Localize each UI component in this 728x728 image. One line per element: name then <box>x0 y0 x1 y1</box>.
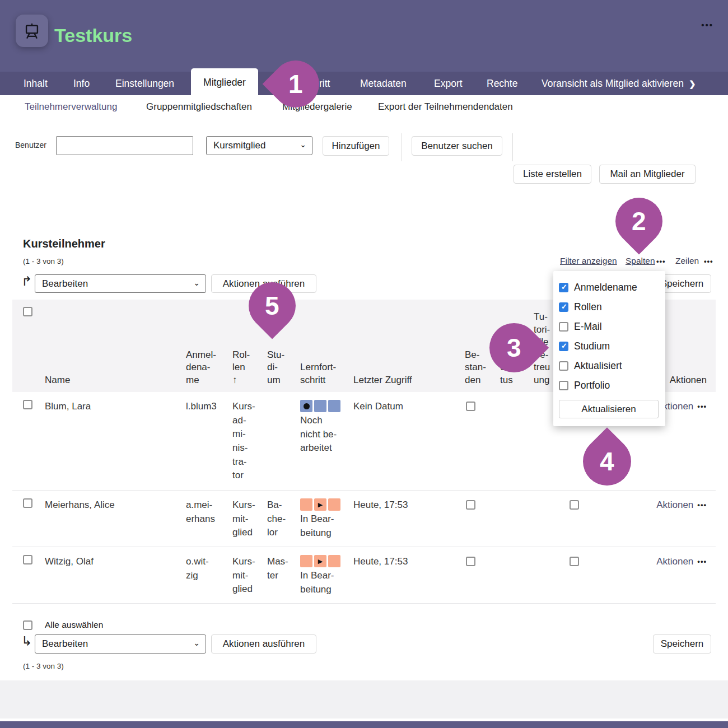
role-select[interactable]: Kursmitglied ⌄ <box>206 136 312 155</box>
checkbox[interactable] <box>559 322 568 332</box>
header-more-menu-icon[interactable]: ••• <box>701 20 713 30</box>
columns-dropdown-panel: Anmeldename Rollen E-Mail Studium Aktual… <box>553 271 665 426</box>
col-last-access[interactable]: Letzter Zugriff <box>353 300 465 392</box>
members-subnav: Teilnehmerverwaltung Gruppenmitgliedscha… <box>0 95 728 121</box>
course-title: Testkurs <box>54 25 132 46</box>
execute-actions-button-bottom[interactable]: Aktionen ausführen <box>211 634 316 654</box>
col-login[interactable]: Anmel- dena- me <box>186 300 232 392</box>
sort-asc-icon[interactable]: ↑ <box>232 375 237 385</box>
progress-label: Noch nicht be- arbeitet <box>300 414 353 455</box>
divider <box>512 133 513 161</box>
play-icon: ▶ <box>318 558 323 564</box>
cell-login: l.blum3 <box>186 392 232 490</box>
progress-label: In Bear- beitung <box>300 569 353 596</box>
row-actions-more-icon[interactable]: ••• <box>697 555 707 567</box>
cell-roles: Kurs- mit- glied <box>232 547 267 603</box>
select-all-row: Alle auswählen <box>12 604 716 637</box>
search-users-button[interactable]: Benutzer suchen <box>412 136 502 156</box>
update-columns-button[interactable]: Aktualisieren <box>559 400 659 418</box>
tab-voransicht[interactable]: Voransicht als Mitglied aktivieren❯ <box>542 72 696 95</box>
cell-studies <box>267 392 300 490</box>
select-all-checkbox[interactable] <box>23 620 32 630</box>
column-option-anmeldename[interactable]: Anmeldename <box>559 278 660 297</box>
column-option-aktualisiert[interactable]: Aktualisiert <box>559 356 660 376</box>
tab-inhalt[interactable]: Inhalt <box>24 72 48 95</box>
subnav-gruppenmitgliedschaften[interactable]: Gruppenmitgliedschaften <box>146 101 252 113</box>
bulk-action-select-top[interactable]: Bearbeiten ⌄ <box>35 274 206 293</box>
cell-name: Meierhans, Alice <box>45 491 186 547</box>
column-option-studium[interactable]: Studium <box>559 337 660 356</box>
row-checkbox[interactable] <box>23 498 32 508</box>
checkbox[interactable] <box>559 361 568 371</box>
course-easel-icon <box>16 15 48 47</box>
footer-bar <box>0 721 728 728</box>
tab-partially-hidden[interactable]: ritt <box>319 72 330 95</box>
cell-status <box>500 392 534 490</box>
cell-login: a.mei- erhans <box>186 491 232 547</box>
show-filter-link[interactable]: Filter anzeigen <box>560 256 617 266</box>
progress-label: In Bear- beitung <box>300 512 353 540</box>
passed-checkbox[interactable] <box>466 500 475 510</box>
cell-progress: ▶ In Bear- beitung <box>300 491 353 547</box>
divider <box>402 133 402 161</box>
cell-last-access: Heute, 17:53 <box>353 491 465 547</box>
checkbox[interactable] <box>559 302 568 312</box>
tab-info[interactable]: Info <box>73 72 90 95</box>
subnav-export-teilnehmendendaten[interactable]: Export der Teilnehmendendaten <box>378 101 513 113</box>
passed-checkbox[interactable] <box>466 557 475 566</box>
save-button-bottom[interactable]: Speichern <box>653 634 711 654</box>
cell-last-access: Kein Datum <box>353 392 465 490</box>
row-actions-more-icon[interactable]: ••• <box>697 400 707 412</box>
column-option-portfolio[interactable]: Portfolio <box>559 376 660 395</box>
table-row: Meierhans, Alice a.mei- erhans Kurs- mit… <box>12 491 716 547</box>
col-progress[interactable]: Lernfort- schritt <box>300 300 353 392</box>
column-option-email[interactable]: E-Mail <box>559 317 660 337</box>
checkbox[interactable] <box>559 342 568 351</box>
tab-export[interactable]: Export <box>434 72 463 95</box>
row-actions-link[interactable]: Aktionen <box>656 555 693 569</box>
row-actions-link[interactable]: Aktionen <box>656 498 693 512</box>
progress-icon-in-progress: ▶ <box>300 498 353 511</box>
select-all-header-checkbox[interactable] <box>23 307 32 316</box>
columns-link[interactable]: Spalten <box>626 256 655 266</box>
callout-2-pin: 2 <box>606 188 673 255</box>
row-checkbox[interactable] <box>23 400 32 409</box>
chevron-right-icon: ❯ <box>689 79 696 88</box>
column-option-rollen[interactable]: Rollen <box>559 297 660 317</box>
apply-down-arrow-icon: ↳ <box>21 634 32 649</box>
tab-einstellungen[interactable]: Einstellungen <box>115 72 174 95</box>
col-name[interactable]: Name <box>45 300 186 392</box>
tutoring-checkbox[interactable] <box>570 557 579 566</box>
columns-more-icon[interactable]: ••• <box>656 257 666 265</box>
rows-link[interactable]: Zeilen <box>675 256 699 266</box>
cell-studies: Ba- che- lor <box>267 491 300 547</box>
cell-studies: Mas- ter <box>267 547 300 603</box>
apply-up-arrow-icon: ↱ <box>21 274 32 289</box>
mail-members-button[interactable]: Mail an Mitglieder <box>599 165 696 184</box>
add-button[interactable]: Hinzufügen <box>323 136 389 156</box>
rows-more-icon[interactable]: ••• <box>704 257 713 265</box>
cell-roles: Kurs- ad- mi- nis- tra- tor <box>232 392 267 490</box>
tab-rechte[interactable]: Rechte <box>487 72 517 95</box>
bulk-action-select-bottom[interactable]: Bearbeiten ⌄ <box>35 634 206 654</box>
create-list-button[interactable]: Liste erstellen <box>514 165 591 184</box>
result-count-top: (1 - 3 von 3) <box>23 257 64 265</box>
tab-metadaten[interactable]: Metadaten <box>360 72 407 95</box>
course-header: Testkurs ••• Inhalt Info Einstellungen M… <box>0 0 728 95</box>
cell-roles: Kurs- mit- glied <box>232 491 267 547</box>
progress-icon-not-started <box>300 400 353 412</box>
cell-last-access: Heute, 17:53 <box>353 547 465 603</box>
checkbox[interactable] <box>559 381 568 390</box>
tutoring-checkbox[interactable] <box>570 500 579 510</box>
progress-icon-in-progress: ▶ <box>300 555 353 567</box>
row-checkbox[interactable] <box>23 555 32 564</box>
user-search-input[interactable] <box>56 136 193 155</box>
result-count-bottom: (1 - 3 von 3) <box>23 662 64 670</box>
passed-checkbox[interactable] <box>466 402 475 411</box>
checkbox[interactable] <box>559 283 568 292</box>
row-actions-more-icon[interactable]: ••• <box>697 498 707 511</box>
cell-name: Blum, Lara <box>45 392 186 490</box>
subnav-teilnehmerverwaltung[interactable]: Teilnehmerverwaltung <box>25 101 117 113</box>
chevron-down-icon: ⌄ <box>193 279 200 287</box>
tab-mitglieder-active[interactable]: Mitglieder <box>191 68 258 96</box>
